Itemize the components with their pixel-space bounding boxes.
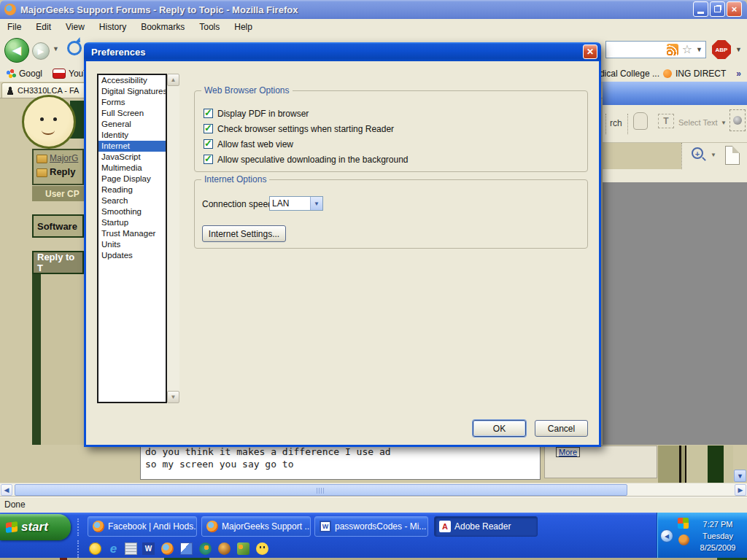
page-icon[interactable] <box>725 146 740 165</box>
windows-logo-icon <box>6 521 18 533</box>
menu-bookmarks[interactable]: Bookmarks <box>133 20 192 34</box>
category-updates[interactable]: Updates <box>98 250 166 261</box>
menu-file[interactable]: File <box>0 20 28 34</box>
menu-view[interactable]: View <box>58 20 92 34</box>
taskbar-button-passwordscodes[interactable]: W passwordsCodes - Mi... <box>314 516 428 537</box>
forward-button[interactable]: ▶ <box>32 42 50 60</box>
category-accessibility[interactable]: Accessibility <box>98 75 166 86</box>
menu-tools[interactable]: Tools <box>192 20 227 34</box>
status-text: Done <box>4 499 26 510</box>
category-multimedia[interactable]: Multimedia <box>98 163 166 174</box>
scroll-right-icon[interactable]: ▶ <box>735 484 746 496</box>
internet-explorer-icon[interactable]: e <box>107 542 120 555</box>
hand-tool-icon[interactable] <box>633 112 648 130</box>
frostwire-icon[interactable] <box>199 542 212 555</box>
abp-dropdown-icon[interactable]: ▼ <box>735 46 742 53</box>
photo-viewer-icon[interactable] <box>237 542 249 555</box>
cancel-button[interactable]: Cancel <box>535 420 588 437</box>
taskbar-button-adobe-reader[interactable]: A Adobe Reader <box>434 516 538 537</box>
bookmarks-overflow-chevron[interactable]: » <box>736 69 741 79</box>
scroll-down-icon[interactable]: ▼ <box>734 470 746 482</box>
back-button[interactable]: ◀ <box>4 38 29 63</box>
category-full-screen[interactable]: Full Screen <box>98 108 166 119</box>
display-pdf-checkbox[interactable] <box>204 109 213 118</box>
firefox-icon[interactable] <box>161 542 174 555</box>
minimize-button[interactable] <box>693 1 708 17</box>
menu-help[interactable]: Help <box>227 20 260 34</box>
allow-speculative-downloading-checkbox[interactable] <box>204 155 213 164</box>
taskbar-button-majorgeeks[interactable]: MajorGeeks Support ... <box>201 516 311 537</box>
zoom-dropdown-icon[interactable]: ▼ <box>711 152 716 158</box>
messenger-smiley-icon[interactable] <box>256 542 268 555</box>
calculator-icon[interactable] <box>125 542 137 555</box>
tray-app-icon[interactable] <box>678 534 689 545</box>
dialog-close-icon[interactable]: ✕ <box>583 44 597 59</box>
taskbar: start Facebook | Andi Hods... MajorGeeks… <box>0 513 747 558</box>
address-bar[interactable]: ☆ ▼ <box>605 41 706 58</box>
menu-history[interactable]: History <box>92 20 133 34</box>
bookmark-star-icon[interactable]: ☆ <box>682 44 692 55</box>
scrollbar-thumb[interactable] <box>15 484 627 496</box>
reload-icon[interactable] <box>67 41 82 55</box>
checkbox-label: Allow speculative downloading in the bac… <box>217 155 409 165</box>
category-identity[interactable]: Identity <box>98 130 166 141</box>
ok-button[interactable]: OK <box>473 420 526 437</box>
outlook-express-icon[interactable] <box>180 542 193 555</box>
breadcrumb-link[interactable]: MajorG <box>50 153 78 163</box>
more-link[interactable]: More <box>556 447 580 457</box>
category-digital-signatures[interactable]: Digital Signatures <box>98 86 166 97</box>
restore-button[interactable] <box>710 1 725 17</box>
scroll-left-icon[interactable]: ◀ <box>1 484 12 496</box>
horizontal-scrollbar[interactable]: ◀ ▶ <box>0 483 747 496</box>
category-smoothing[interactable]: Smoothing <box>98 206 166 217</box>
internet-settings-button[interactable]: Internet Settings... <box>202 225 286 242</box>
bookmark-google[interactable]: Googl <box>19 69 42 79</box>
select-text-dropdown-icon[interactable]: ▼ <box>721 120 727 126</box>
zoom-tool-icon[interactable]: + <box>692 147 703 159</box>
address-dropdown-icon[interactable]: ▼ <box>696 46 703 53</box>
scroll-up-icon[interactable]: ▲ <box>167 74 179 86</box>
snapshot-tool-icon[interactable] <box>729 109 746 131</box>
check-browser-settings-checkbox[interactable] <box>204 124 213 133</box>
select-text-tool-icon[interactable]: T <box>658 114 674 128</box>
reply-to-header: Reply to T <box>32 251 84 274</box>
bookmark-ing-direct[interactable]: ING DIRECT <box>676 69 726 79</box>
user-cp-button[interactable]: User CP <box>32 186 84 201</box>
category-general[interactable]: General <box>98 119 166 130</box>
scroll-down-icon[interactable]: ▼ <box>167 391 179 403</box>
category-search[interactable]: Search <box>98 195 166 206</box>
category-trust-manager[interactable]: Trust Manager <box>98 228 166 239</box>
back-history-dropdown-icon[interactable]: ▼ <box>53 45 59 52</box>
reader-search-label[interactable]: rch <box>610 118 622 128</box>
close-button[interactable]: × <box>727 1 742 17</box>
reply-label: Reply <box>50 166 75 177</box>
start-button[interactable]: start <box>0 514 71 540</box>
category-startup[interactable]: Startup <box>98 217 166 228</box>
tray-clock[interactable]: 7:27 PM Tuesday 8/25/2009 <box>692 518 743 553</box>
select-text-label[interactable]: Select Text <box>678 118 718 127</box>
allow-fast-web-view-checkbox[interactable] <box>204 139 213 149</box>
group-title: Web Browser Options <box>201 85 293 96</box>
category-units[interactable]: Units <box>98 239 166 250</box>
menu-bar: File Edit View History Bookmarks Tools H… <box>0 19 747 36</box>
adblock-plus-icon[interactable]: ABP <box>712 40 731 59</box>
aim-icon[interactable] <box>89 542 101 555</box>
category-internet[interactable]: Internet <box>98 141 166 152</box>
tray-windows-icon[interactable] <box>678 518 689 529</box>
taskbar-button-facebook[interactable]: Facebook | Andi Hods... <box>88 516 197 537</box>
status-bar: Done <box>0 496 747 513</box>
rss-icon[interactable] <box>667 44 678 55</box>
category-page-display[interactable]: Page Display <box>98 174 166 184</box>
category-forms[interactable]: Forms <box>98 97 166 108</box>
connection-speed-dropdown[interactable]: LAN ▼ <box>269 196 323 211</box>
menu-edit[interactable]: Edit <box>28 20 58 34</box>
dropdown-arrow-icon[interactable]: ▼ <box>310 197 322 210</box>
media-player-icon[interactable] <box>218 542 231 555</box>
tray-collapse-chevron-icon[interactable]: ◀ <box>660 529 673 542</box>
category-list-scrollbar[interactable]: ▲ ▼ <box>167 74 179 403</box>
dialog-body: Accessibility Digital Signatures Forms F… <box>86 61 599 445</box>
category-reading[interactable]: Reading <box>98 184 166 195</box>
reply-textarea[interactable]: do you think it makes a difference I use… <box>140 444 541 480</box>
word-icon[interactable]: W <box>142 542 155 555</box>
category-javascript[interactable]: JavaScript <box>98 152 166 163</box>
